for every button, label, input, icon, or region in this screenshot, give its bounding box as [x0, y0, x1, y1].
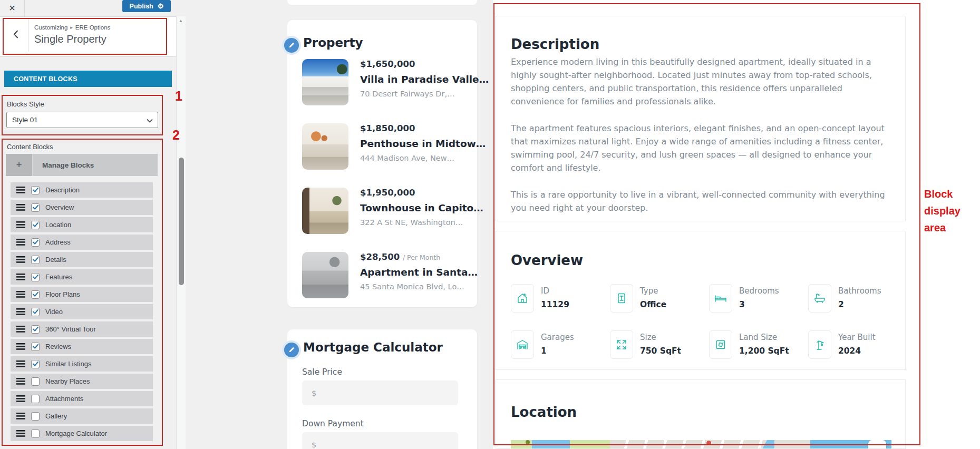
back-button[interactable]	[4, 19, 28, 52]
content-block-label: Floor Plans	[45, 290, 80, 298]
drag-handle-hamburger-icon[interactable]	[16, 326, 25, 333]
pencil-icon	[288, 42, 295, 48]
listing-thumbnail[interactable]	[302, 59, 348, 105]
content-block-row[interactable]: 360° Virtual Tour	[11, 321, 153, 337]
content-blocks-section-button[interactable]: CONTENT BLOCKS	[4, 71, 172, 87]
content-block-label: Similar Listings	[45, 360, 91, 368]
bed-icon	[709, 284, 732, 313]
overview-item-value: 1,200 SqFt	[739, 346, 789, 356]
content-block-checkbox[interactable]	[31, 203, 40, 212]
content-block-checkbox[interactable]	[31, 238, 40, 247]
content-block-row[interactable]: Overview	[11, 200, 153, 215]
content-block-row[interactable]: Address	[11, 235, 153, 250]
content-block-checkbox[interactable]	[31, 325, 40, 334]
content-block-checkbox[interactable]	[31, 273, 40, 281]
content-block-label: Mortgage Calculator	[45, 430, 107, 437]
scroll-up-icon[interactable]: ▲	[179, 18, 183, 23]
drag-handle-hamburger-icon[interactable]	[16, 239, 25, 246]
document-icon	[610, 284, 633, 313]
close-customizer-button[interactable]: ✕	[0, 0, 25, 16]
content-block-checkbox[interactable]	[31, 186, 40, 194]
drag-handle-hamburger-icon[interactable]	[16, 256, 25, 263]
drag-handle-hamburger-icon[interactable]	[16, 360, 25, 367]
mortgage-input[interactable]: $	[302, 432, 458, 449]
drag-handle-hamburger-icon[interactable]	[16, 308, 25, 315]
content-block-row[interactable]: Reviews	[11, 339, 153, 354]
description-paragraph: Experience modern living in this beautif…	[511, 55, 886, 108]
listing-thumbnail[interactable]	[302, 123, 348, 170]
overview-item: TypeOffice	[610, 284, 709, 313]
location-heading: Location	[511, 404, 577, 420]
listing-title[interactable]: Penthouse in Midtow…	[360, 138, 465, 149]
content-block-label: Details	[45, 256, 66, 263]
property-widget-title: Property	[303, 36, 363, 50]
content-block-checkbox[interactable]	[31, 430, 40, 438]
annotation-number-2: 2	[172, 128, 180, 143]
sidebar-scrollbar-track[interactable]: ▲	[176, 16, 186, 449]
plus-icon: +	[16, 159, 22, 171]
overview-item: Year Built2024	[808, 330, 907, 359]
content-block-row[interactable]: Similar Listings	[11, 356, 153, 372]
edit-property-widget-button[interactable]	[284, 38, 299, 53]
customizer-sidebar: ✕ Publish ⚙ Customizing ▸ ERE Options Si…	[0, 0, 186, 449]
drag-handle-hamburger-icon[interactable]	[16, 378, 25, 385]
content-block-label: Reviews	[45, 343, 71, 350]
content-block-checkbox[interactable]	[31, 377, 40, 386]
add-block-button[interactable]: +	[6, 154, 33, 176]
listing-thumbnail[interactable]	[302, 188, 348, 234]
content-block-row[interactable]: Nearby Places	[11, 374, 153, 389]
listing-text: $28,500 / Per MonthApartment in Santa…45…	[360, 252, 465, 291]
listing-text: $1,650,000Villa in Paradise Valle…70 Des…	[360, 59, 465, 98]
content-block-checkbox[interactable]	[31, 360, 40, 368]
annotation-block-display-area: Block display area	[924, 186, 977, 236]
content-block-row[interactable]: Attachments	[11, 391, 153, 406]
content-block-checkbox[interactable]	[31, 412, 40, 421]
listing-title[interactable]: Apartment in Santa…	[360, 267, 465, 278]
location-block: Location	[496, 379, 906, 449]
content-block-row[interactable]: Location	[11, 217, 153, 232]
content-block-checkbox[interactable]	[31, 221, 40, 229]
content-blocks-list: DescriptionOverviewLocationAddressDetail…	[11, 182, 153, 443]
listing-title[interactable]: Villa in Paradise Valle…	[360, 74, 465, 85]
content-block-checkbox[interactable]	[31, 308, 40, 316]
content-block-checkbox[interactable]	[31, 256, 40, 264]
drag-handle-hamburger-icon[interactable]	[16, 430, 25, 437]
mortgage-input[interactable]: $	[302, 380, 458, 405]
blocks-style-select[interactable]: Style 01	[6, 112, 158, 128]
drag-handle-hamburger-icon[interactable]	[16, 395, 25, 402]
drag-handle-hamburger-icon[interactable]	[16, 343, 25, 350]
drag-handle-hamburger-icon[interactable]	[16, 204, 25, 211]
overview-item: Size750 SqFt	[610, 330, 709, 359]
content-block-row[interactable]: Gallery	[11, 408, 153, 424]
panel-header: Customizing ▸ ERE Options Single Propert…	[3, 18, 167, 55]
drag-handle-hamburger-icon[interactable]	[16, 187, 25, 193]
content-block-checkbox[interactable]	[31, 395, 40, 403]
overview-item-label: Garages	[541, 333, 574, 342]
home-icon	[511, 284, 534, 313]
listing-thumbnail[interactable]	[302, 252, 348, 298]
content-block-row[interactable]: Video	[11, 304, 153, 319]
content-block-checkbox[interactable]	[31, 290, 40, 299]
listing-address: 322 A St NE, Washington…	[360, 218, 465, 227]
chevron-down-icon	[147, 119, 153, 123]
content-block-row[interactable]: Floor Plans	[11, 287, 153, 302]
content-block-row[interactable]: Features	[11, 269, 153, 285]
content-block-checkbox[interactable]	[31, 343, 40, 351]
drag-handle-hamburger-icon[interactable]	[16, 291, 25, 298]
content-block-row[interactable]: Mortgage Calculator	[11, 426, 153, 441]
map-control-button[interactable]	[868, 440, 886, 449]
overview-item-value: 11129	[541, 300, 569, 309]
edit-mortgage-widget-button[interactable]	[284, 343, 299, 357]
content-block-row[interactable]: Description	[11, 182, 153, 198]
content-block-row[interactable]: Details	[11, 252, 153, 267]
publish-button[interactable]: Publish ⚙	[122, 0, 171, 12]
manage-blocks-bar: + Manage Blocks	[6, 154, 158, 176]
sidebar-scrollbar-thumb[interactable]	[179, 158, 184, 285]
drag-handle-hamburger-icon[interactable]	[16, 221, 25, 228]
drag-handle-hamburger-icon[interactable]	[16, 274, 25, 280]
listing-title[interactable]: Townhouse in Capito…	[360, 202, 465, 213]
listing-address: 444 Madison Ave, New…	[360, 154, 465, 162]
drag-handle-hamburger-icon[interactable]	[16, 413, 25, 419]
property-listing: $1,650,000Villa in Paradise Valle…70 Des…	[302, 59, 464, 105]
location-map[interactable]	[511, 440, 891, 449]
